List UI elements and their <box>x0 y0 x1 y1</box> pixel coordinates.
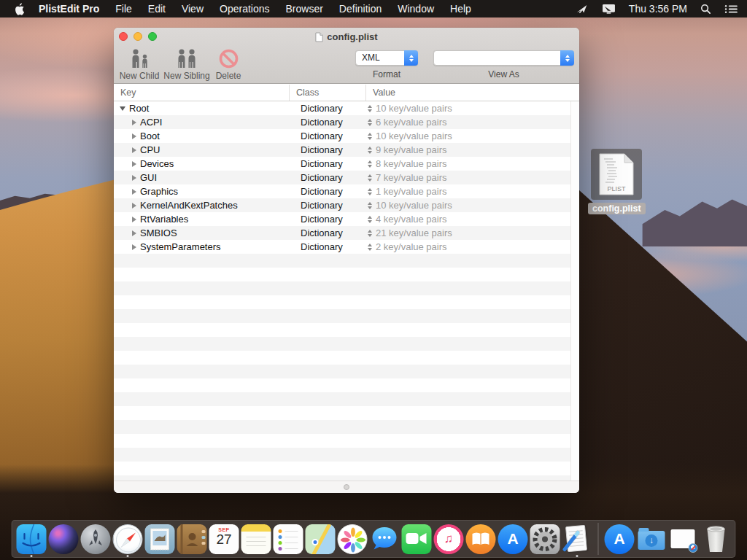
value-stepper-icon[interactable] <box>368 244 372 251</box>
column-header-class[interactable]: Class <box>290 85 366 101</box>
table-row[interactable]: SMBIOSDictionary21 key/value pairs <box>114 226 570 240</box>
menu-bar: PlistEdit Pro File Edit View Operations … <box>0 0 747 18</box>
disclosure-triangle-icon[interactable] <box>132 175 136 181</box>
menu-item-app-name[interactable]: PlistEdit Pro <box>31 0 107 18</box>
dock-item-minimized-window[interactable] <box>669 524 699 554</box>
table-row[interactable]: RtVariablesDictionary4 key/value pairs <box>114 212 570 226</box>
table-row[interactable]: RootDictionary10 key/value pairs <box>114 101 570 115</box>
table-row[interactable]: GUIDictionary7 key/value pairs <box>114 171 570 184</box>
value-stepper-icon[interactable] <box>368 188 372 195</box>
new-child-button[interactable]: New Child <box>118 48 160 81</box>
disclosure-triangle-icon[interactable] <box>132 189 136 195</box>
svg-text:PLIST: PLIST <box>607 185 626 192</box>
row-class[interactable]: Dictionary <box>290 157 366 171</box>
title-bar[interactable]: config.plist <box>114 28 579 46</box>
resize-handle[interactable] <box>344 484 349 490</box>
dock-item-itunes[interactable]: ♫ <box>434 524 464 554</box>
dock-item-photos[interactable] <box>338 524 368 554</box>
format-popup[interactable]: XML <box>355 50 418 66</box>
dock-item-notes[interactable] <box>241 524 271 554</box>
zoom-button[interactable] <box>148 32 157 41</box>
dock-item-siri[interactable] <box>49 524 79 554</box>
dock-item-launchpad[interactable] <box>81 524 111 554</box>
delete-button[interactable]: Delete <box>213 48 244 81</box>
table-row[interactable]: BootDictionary10 key/value pairs <box>114 129 570 143</box>
view-as-popup[interactable] <box>433 50 574 66</box>
value-stepper-icon[interactable] <box>368 216 372 223</box>
disclosure-triangle-icon[interactable] <box>132 217 136 222</box>
minimize-button[interactable] <box>133 32 142 41</box>
column-header-value[interactable]: Value <box>366 85 579 101</box>
applications-folder-icon: A <box>605 524 635 554</box>
value-stepper-icon[interactable] <box>368 160 372 168</box>
disclosure-triangle-icon[interactable] <box>132 147 136 153</box>
dock-item-plistedit-pro[interactable] <box>562 524 592 554</box>
menu-item-view[interactable]: View <box>174 0 212 18</box>
value-stepper-icon[interactable] <box>368 230 372 237</box>
value-stepper-icon[interactable] <box>368 119 372 126</box>
menu-item-edit[interactable]: Edit <box>140 0 174 18</box>
table-row[interactable]: CPUDictionary9 key/value pairs <box>114 143 570 157</box>
dock-item-calendar[interactable]: SEP 27 <box>209 524 239 554</box>
row-class[interactable]: Dictionary <box>290 226 366 240</box>
menu-item-operations[interactable]: Operations <box>212 0 277 18</box>
value-stepper-icon[interactable] <box>368 174 372 182</box>
row-class[interactable]: Dictionary <box>290 212 366 226</box>
dock-item-mail[interactable] <box>145 524 175 554</box>
row-class[interactable]: Dictionary <box>290 240 366 254</box>
screen-sharing-icon[interactable] <box>602 4 616 15</box>
table-row[interactable]: GraphicsDictionary1 key/value pairs <box>114 184 570 198</box>
dock-item-trash[interactable] <box>701 524 731 554</box>
disclosure-triangle-icon[interactable] <box>132 230 136 236</box>
menu-item-file[interactable]: File <box>107 0 140 18</box>
dock-item-app-store[interactable]: A <box>498 524 528 554</box>
apple-menu[interactable] <box>9 3 31 15</box>
disclosure-triangle-icon[interactable] <box>132 244 136 250</box>
close-button[interactable] <box>119 32 128 41</box>
disclosure-triangle-icon[interactable] <box>132 133 136 139</box>
row-class[interactable]: Dictionary <box>290 101 366 115</box>
dock-item-finder[interactable] <box>17 524 47 554</box>
row-class[interactable]: Dictionary <box>290 184 366 198</box>
table-row[interactable]: DevicesDictionary8 key/value pairs <box>114 157 570 171</box>
download-arrow-icon: ↓ <box>646 534 658 547</box>
spotlight-icon[interactable] <box>700 4 711 15</box>
menu-item-definition[interactable]: Definition <box>331 0 390 18</box>
value-stepper-icon[interactable] <box>368 105 372 112</box>
disclosure-triangle-icon[interactable] <box>132 120 136 125</box>
dock-item-maps[interactable] <box>306 524 336 554</box>
dock-item-books[interactable] <box>466 524 496 554</box>
disclosure-triangle-icon[interactable] <box>132 203 136 209</box>
disclosure-triangle-icon[interactable] <box>120 106 125 111</box>
dock-item-applications[interactable]: A <box>605 524 635 554</box>
dock-item-contacts[interactable] <box>177 524 207 554</box>
menu-list-icon[interactable] <box>724 4 738 14</box>
table-row[interactable]: KernelAndKextPatchesDictionary10 key/val… <box>114 198 570 212</box>
dock-item-safari[interactable] <box>113 524 143 554</box>
row-class[interactable]: Dictionary <box>290 198 366 212</box>
menu-item-help[interactable]: Help <box>442 0 479 18</box>
table-row[interactable]: SystemParametersDictionary2 key/value pa… <box>114 240 570 254</box>
value-stepper-icon[interactable] <box>368 202 372 209</box>
row-class[interactable]: Dictionary <box>290 129 366 143</box>
dock-item-downloads[interactable]: ↓ <box>637 524 667 554</box>
new-sibling-button[interactable]: New Sibling <box>162 48 212 81</box>
menu-item-browser[interactable]: Browser <box>278 0 331 18</box>
menu-bar-clock[interactable]: Thu 3:56 PM <box>629 3 687 15</box>
desktop-file-config-plist[interactable]: PLIST config.plist <box>588 149 645 214</box>
row-class[interactable]: Dictionary <box>290 115 366 129</box>
remote-cursor-icon[interactable] <box>576 4 589 15</box>
dock-item-system-preferences[interactable] <box>530 524 560 554</box>
disclosure-triangle-icon[interactable] <box>132 161 136 167</box>
dock-item-facetime[interactable] <box>402 524 432 554</box>
column-header-key[interactable]: Key <box>114 85 290 101</box>
dock-item-reminders[interactable] <box>274 524 303 554</box>
menu-item-window[interactable]: Window <box>390 0 442 18</box>
row-class[interactable]: Dictionary <box>290 171 366 184</box>
value-stepper-icon[interactable] <box>368 133 372 140</box>
table-row[interactable]: ACPIDictionary6 key/value pairs <box>114 115 570 129</box>
vertical-scrollbar[interactable] <box>570 101 579 481</box>
dock-item-messages[interactable] <box>370 524 400 554</box>
row-class[interactable]: Dictionary <box>290 143 366 157</box>
value-stepper-icon[interactable] <box>368 147 372 154</box>
